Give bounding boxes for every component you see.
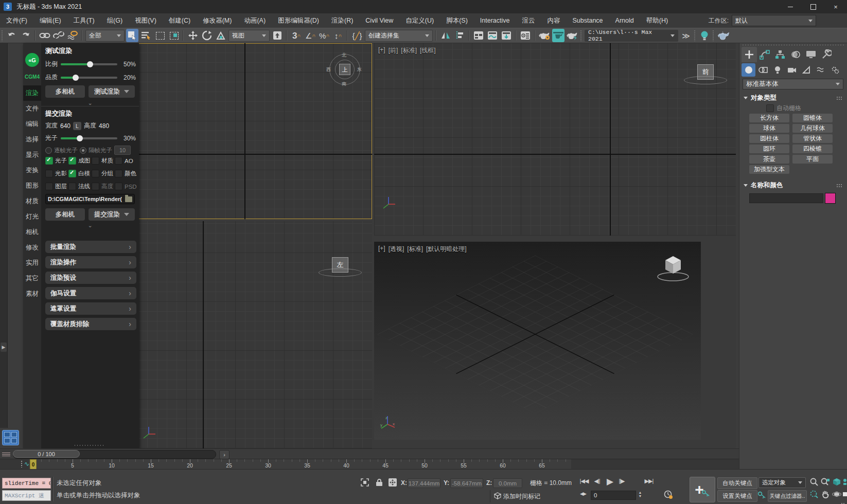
tab-display[interactable] [803, 47, 819, 62]
radio-interval[interactable] [80, 147, 86, 154]
plugin-nav-item[interactable]: 其它 [23, 271, 41, 286]
menu-item[interactable]: Interactive [474, 13, 516, 28]
render-element-checkbox[interactable]: 材质 [92, 157, 115, 165]
set-keys-big-button[interactable]: + [690, 477, 715, 502]
previous-frame-button[interactable]: ◀|| [592, 478, 602, 484]
set-key-toggle[interactable]: 设置关键点 [717, 490, 757, 502]
category-helpers-icon[interactable] [799, 63, 813, 77]
next-frame-nub[interactable]: › [219, 450, 230, 459]
category-geometry-icon[interactable] [742, 63, 755, 77]
time-slider-handle[interactable]: 0 / 100 [13, 450, 80, 458]
percent-snap-icon[interactable]: %∩ [318, 29, 330, 42]
menu-item[interactable]: Civil View [359, 13, 399, 28]
plugin-nav-item[interactable]: 变换 [23, 163, 41, 178]
scale-slider[interactable] [61, 63, 117, 65]
rendered-frame-window-icon[interactable] [552, 29, 564, 42]
snaps-toggle-icon[interactable]: 3∩ [290, 29, 303, 42]
name-color-rollout-header[interactable]: 名称和颜色 [744, 181, 842, 190]
object-type-button[interactable]: 圆柱体 [749, 134, 789, 143]
quality-slider[interactable] [61, 77, 117, 79]
menu-item[interactable]: 帮助(H) [640, 13, 674, 28]
play-button[interactable]: ▶ [604, 476, 615, 487]
tab-hierarchy[interactable] [772, 47, 788, 62]
menu-item[interactable]: 视图(V) [129, 13, 163, 28]
object-color-swatch[interactable] [825, 193, 836, 204]
layer-explorer-icon[interactable] [500, 29, 513, 42]
plugin-rollout[interactable]: 渲染操作› [45, 256, 136, 268]
object-type-rollout-header[interactable]: 对象类型 [744, 94, 842, 102]
menu-item[interactable]: Substance [567, 13, 609, 28]
maximize-button[interactable] [802, 0, 824, 13]
select-and-move-icon[interactable] [187, 29, 199, 42]
menu-item[interactable]: 组(G) [101, 13, 129, 28]
plugin-nav-item[interactable]: 素材 [23, 286, 41, 301]
selection-filter-dropdown[interactable]: 全部 [85, 30, 125, 42]
menu-item[interactable]: 编辑(E) [33, 13, 67, 28]
angle-snap-icon[interactable]: ∠∩ [304, 29, 316, 42]
select-object-icon[interactable] [126, 29, 138, 42]
key-filters-key-icon[interactable] [757, 491, 767, 500]
render-element-checkbox[interactable]: AO [115, 157, 138, 165]
tab-create[interactable] [742, 47, 757, 62]
named-selection-sets-dropdown[interactable]: 创建选择集 [365, 30, 433, 42]
object-type-button[interactable]: 管状体 [792, 134, 833, 143]
plugin-rollout[interactable]: 伽马设置› [45, 287, 136, 299]
output-path-field[interactable]: D:\CGMAGIC\Temp\Render( [45, 194, 135, 204]
render-element-checkbox[interactable]: PSD [115, 183, 138, 190]
viewport-top[interactable]: 上 北 南 西 东 [137, 43, 372, 219]
object-type-button[interactable]: 圆锥体 [792, 114, 833, 122]
pan-hand-icon[interactable] [820, 489, 831, 499]
render-element-checkbox[interactable]: 高度 [92, 183, 115, 190]
category-space-warps-icon[interactable] [814, 63, 827, 77]
object-type-button[interactable]: 茶壶 [749, 155, 789, 164]
orbit-icon[interactable] [832, 489, 842, 499]
object-type-button[interactable]: 圆环 [749, 145, 789, 153]
toggle-scene-explorer-icon[interactable] [472, 29, 485, 42]
plugin-rollout[interactable]: 批量渲染› [45, 241, 136, 253]
render-element-checkbox[interactable]: 光影 [45, 170, 68, 177]
viewport-left[interactable]: 左 [137, 221, 372, 448]
use-pivot-point-icon[interactable] [271, 29, 284, 42]
viewport-standard-label[interactable]: [标准] [401, 46, 417, 55]
render-element-checkbox[interactable]: 颜色 [115, 170, 138, 177]
menu-item[interactable]: 文件(F) [0, 13, 33, 28]
viewport-label[interactable]: [+] [前] [标准] [线框] [378, 46, 436, 55]
zoom-region-icon[interactable] [809, 489, 819, 499]
radio-per-frame[interactable] [45, 147, 52, 154]
align-icon[interactable] [453, 29, 466, 42]
viewport-menu-plus[interactable]: [+] [378, 46, 385, 55]
tab-utilities[interactable] [819, 47, 834, 62]
interval-spinner[interactable]: 10 [114, 146, 131, 155]
mirror-icon[interactable] [439, 29, 452, 42]
tab-modify[interactable] [757, 47, 772, 62]
unlink-selection-icon[interactable] [52, 29, 65, 42]
menu-item[interactable]: 内容 [541, 13, 567, 28]
plugin-nav-item[interactable]: 材质 [23, 193, 41, 209]
render-element-checkbox[interactable]: 法线 [68, 183, 92, 190]
maxscript-listener-white[interactable]: MAXScript 迷 [2, 490, 51, 501]
compass-top-label[interactable]: 上 [339, 64, 350, 75]
submit-render-button[interactable]: 提交渲染 [89, 208, 135, 221]
category-lights-icon[interactable] [770, 63, 784, 77]
plugin-nav-item[interactable]: 文件 [23, 101, 41, 116]
photon-slider[interactable] [61, 137, 117, 139]
render-element-checkbox[interactable]: 分组 [92, 170, 115, 177]
height-value[interactable]: 480 [99, 122, 109, 130]
render-setup-icon[interactable] [519, 29, 532, 42]
section-collapse-icon[interactable]: ⌄ [41, 222, 139, 229]
object-name-input[interactable] [749, 193, 823, 203]
select-link-icon[interactable] [39, 29, 51, 42]
object-type-button[interactable]: 几何球体 [792, 124, 833, 133]
multicam-button[interactable]: 多相机 [45, 85, 85, 98]
viewport-standard-label[interactable]: [标准] [407, 245, 423, 254]
object-type-button-wide[interactable]: 加强型文本 [749, 165, 789, 174]
cgmagic-logo[interactable]: «G [25, 53, 39, 67]
panel-drag-handle[interactable] [742, 44, 844, 46]
isolate-selection-icon[interactable] [360, 478, 369, 487]
go-to-start-button[interactable]: |◀◀ [578, 478, 590, 484]
category-dropdown[interactable]: 标准基本体 [743, 79, 843, 89]
toolbar-overflow-icon[interactable]: ≫ [680, 29, 692, 42]
menu-item[interactable]: Arnold [609, 13, 640, 28]
autogrid-checkbox[interactable]: 自动栅格 [766, 104, 801, 113]
category-systems-icon[interactable] [828, 63, 842, 77]
